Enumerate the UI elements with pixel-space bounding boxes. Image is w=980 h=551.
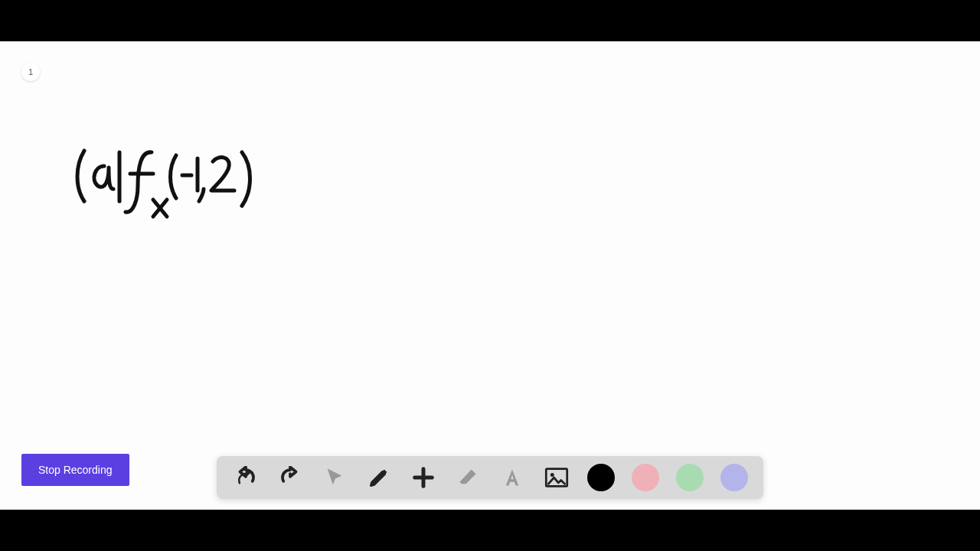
stop-recording-button[interactable]: Stop Recording — [21, 454, 129, 486]
color-green-button[interactable] — [676, 464, 704, 491]
text-tool-button[interactable] — [498, 464, 526, 491]
image-icon — [544, 467, 569, 488]
pencil-icon — [368, 467, 390, 488]
image-tool-button[interactable] — [543, 464, 570, 491]
page-number-badge[interactable]: 1 — [21, 63, 40, 81]
redo-button[interactable] — [276, 464, 304, 491]
plus-icon — [412, 466, 435, 489]
pointer-tool-button[interactable] — [321, 464, 348, 491]
handwritten-math — [70, 145, 262, 229]
add-tool-button[interactable] — [410, 464, 437, 491]
drawing-toolbar — [217, 456, 763, 499]
color-purple-button[interactable] — [720, 464, 748, 491]
redo-icon — [279, 466, 302, 489]
svg-point-1 — [550, 473, 554, 477]
page-number: 1 — [28, 67, 33, 77]
pencil-tool-button[interactable] — [365, 464, 393, 491]
pointer-icon — [324, 467, 345, 488]
undo-button[interactable] — [232, 464, 260, 491]
eraser-icon — [457, 467, 479, 488]
text-icon — [501, 467, 523, 488]
whiteboard-canvas[interactable]: 1 Stop — [0, 41, 980, 510]
eraser-tool-button[interactable] — [454, 464, 482, 491]
color-black-button[interactable] — [587, 464, 615, 491]
letterbox-top — [0, 0, 980, 41]
undo-icon — [234, 466, 257, 489]
color-pink-button[interactable] — [632, 464, 659, 491]
letterbox-bottom — [0, 510, 980, 551]
